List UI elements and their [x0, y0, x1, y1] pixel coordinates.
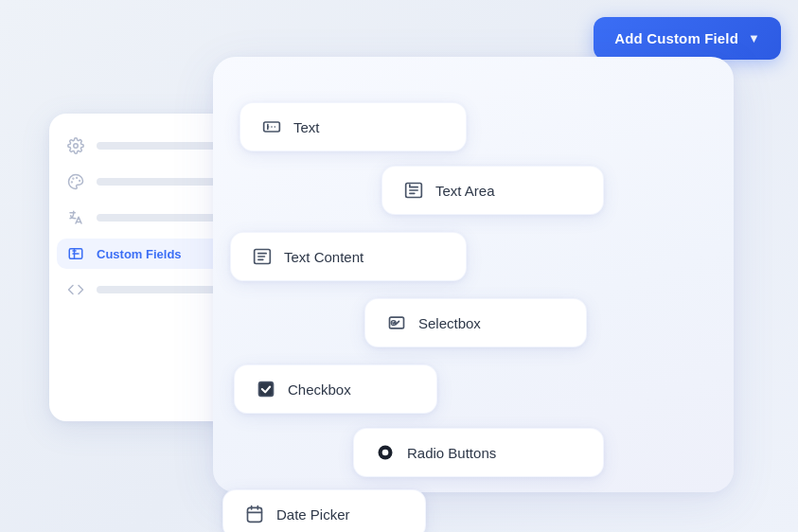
selectbox-icon — [386, 312, 407, 333]
align-left-icon — [252, 246, 273, 267]
svg-point-1 — [77, 178, 78, 179]
field-item-datepicker[interactable]: Date Picker — [222, 489, 426, 532]
add-custom-field-button[interactable]: Add Custom Field ▼ — [594, 17, 781, 60]
add-custom-field-label: Add Custom Field — [614, 30, 738, 46]
field-text-label: Text — [293, 119, 320, 135]
field-item-textarea[interactable]: Text Area — [381, 166, 604, 215]
text-area-icon — [403, 180, 424, 201]
palette-icon — [66, 172, 85, 191]
svg-point-0 — [74, 144, 79, 149]
svg-rect-11 — [259, 382, 274, 397]
sidebar-item-settings[interactable] — [66, 136, 226, 155]
field-item-text[interactable]: Text — [239, 102, 467, 151]
translate-icon — [66, 208, 85, 227]
field-checkbox-label: Checkbox — [288, 381, 351, 398]
field-selectbox-label: Selectbox — [418, 315, 481, 331]
sidebar-line — [97, 142, 226, 150]
field-textcontent-label: Text Content — [284, 249, 364, 265]
sidebar-item-custom-fields-label: Custom Fields — [97, 247, 182, 261]
field-item-checkbox[interactable]: Checkbox — [234, 364, 437, 414]
field-radiobuttons-label: Radio Buttons — [407, 445, 496, 461]
field-item-radiobuttons[interactable]: Radio Buttons — [353, 428, 604, 477]
sidebar-item-code[interactable] — [66, 280, 226, 299]
sidebar-item-translate[interactable] — [66, 208, 226, 227]
field-datepicker-label: Date Picker — [276, 506, 350, 523]
svg-point-2 — [80, 181, 80, 182]
field-item-selectbox[interactable]: Selectbox — [364, 298, 587, 347]
sidebar-line — [97, 214, 226, 222]
chevron-down-icon: ▼ — [748, 31, 760, 45]
main-card: Text Text Area Text Content — [213, 57, 734, 492]
sidebar-line — [97, 178, 226, 186]
svg-point-3 — [73, 178, 74, 179]
gear-icon — [66, 136, 85, 155]
sidebar-line — [97, 286, 226, 293]
radio-icon — [375, 442, 396, 463]
checkbox-icon — [256, 379, 276, 399]
svg-point-4 — [72, 182, 73, 183]
svg-rect-14 — [248, 507, 262, 522]
field-textarea-label: Text Area — [435, 183, 495, 199]
calendar-icon — [244, 504, 265, 524]
text-input-icon — [261, 116, 282, 137]
code-icon — [66, 280, 85, 299]
field-item-textcontent[interactable]: Text Content — [230, 232, 467, 281]
sidebar-item-palette[interactable] — [66, 172, 226, 191]
sidebar-item-custom-fields[interactable]: Custom Fields — [57, 239, 236, 269]
text-field-icon — [66, 244, 85, 263]
svg-point-13 — [382, 450, 389, 456]
